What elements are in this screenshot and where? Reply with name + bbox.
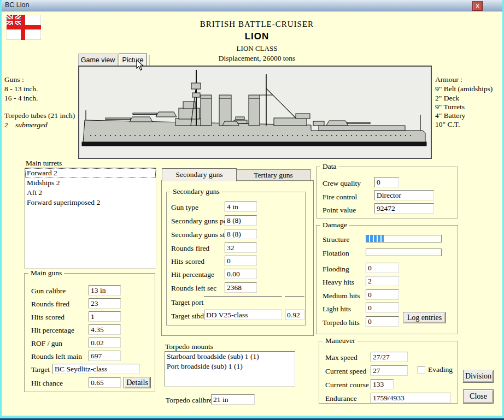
armour-line: 2" Deck xyxy=(435,94,459,103)
field-label: Gun calibre xyxy=(31,287,66,295)
field-label: Fire control xyxy=(323,193,357,202)
list-item[interactable]: Forward 2 xyxy=(25,168,156,178)
evading-checkbox[interactable] xyxy=(418,366,425,374)
tab-secondary-guns[interactable]: Secondary guns xyxy=(162,168,237,181)
mouse-cursor xyxy=(136,60,145,72)
armour-line: 9" Turrets xyxy=(435,103,465,111)
field-label: Secondary guns port xyxy=(171,217,232,226)
field-label: Torpedo hits xyxy=(323,318,360,327)
field-label: Rounds left main xyxy=(31,352,82,361)
target-stbd-chance-field[interactable]: 0.92 xyxy=(285,310,304,320)
point-value-field[interactable]: 92472 xyxy=(374,203,434,214)
hits-scored-field[interactable]: 1 xyxy=(89,311,121,322)
field-label: Heavy hits xyxy=(323,278,354,287)
log-entries-button[interactable]: Log entries xyxy=(403,312,446,323)
ship-picture-panel xyxy=(78,66,432,159)
endurance-field[interactable]: 1759/4933 xyxy=(371,393,451,403)
structure-bar-fill xyxy=(366,235,384,242)
field-label: Light hits xyxy=(323,305,351,313)
field-label: Secondary guns stbd xyxy=(171,230,232,239)
target-stbd-field[interactable]: DD V25-class xyxy=(204,310,282,320)
rounds-left-main-field[interactable]: 697 xyxy=(89,351,121,361)
medium-hits-field[interactable]: 0 xyxy=(366,289,399,300)
torpedo-mounts-label: Torpedo mounts xyxy=(165,342,213,351)
flotation-label: Flotation xyxy=(323,249,349,258)
rof-gun-field[interactable]: 0.02 xyxy=(89,338,121,348)
gun-calibre-field[interactable]: 13 in xyxy=(89,285,121,295)
sec-gun-type-field[interactable]: 4 in xyxy=(225,202,257,212)
sec-rounds-fired-field[interactable]: 32 xyxy=(225,242,257,253)
crew-quality-field[interactable]: 0 xyxy=(374,177,399,187)
torpedo-hits-field[interactable]: 0 xyxy=(366,316,399,327)
field-label: Crew quality xyxy=(323,179,361,188)
structure-label: Structure xyxy=(323,235,350,244)
maneuver-group-title: Maneuver xyxy=(323,336,358,345)
field-label: Target xyxy=(31,365,50,374)
evading-label: Evading xyxy=(428,365,453,374)
hit-percentage-field[interactable]: 4.35 xyxy=(89,324,121,335)
field-label: ROF / gun xyxy=(31,339,62,348)
armour-line: 4" Battery xyxy=(435,111,465,120)
main-turrets-listbox[interactable]: Forward 2 Midships 2 Aft 2 Forward super… xyxy=(25,168,156,269)
list-item[interactable]: Midships 2 xyxy=(25,178,156,188)
field-label: Current speed xyxy=(325,367,366,376)
target-port-field[interactable] xyxy=(204,296,282,297)
list-item[interactable]: Forward superimposed 2 xyxy=(25,198,156,208)
window-border-left xyxy=(0,0,2,420)
guns-summary-title: Guns : xyxy=(4,75,24,84)
close-button[interactable]: Close xyxy=(463,389,494,404)
max-speed-field[interactable]: 27/27 xyxy=(371,352,408,362)
field-label: Endurance xyxy=(325,394,357,403)
window-title: BC Lion xyxy=(5,1,29,9)
sec-guns-port-field[interactable]: 8 (8) xyxy=(225,215,257,226)
data-group-title: Data xyxy=(320,162,338,171)
ship-type-title: BRITISH BATTLE-CRUISER xyxy=(148,20,366,29)
division-button[interactable]: Division xyxy=(463,370,494,383)
field-label: Hit chance xyxy=(31,379,63,388)
torpedo-count: 2 xyxy=(4,121,8,129)
ship-class: LION CLASS xyxy=(148,44,366,53)
close-icon[interactable]: x xyxy=(472,1,483,11)
sec-rounds-left-field[interactable]: 2368 xyxy=(225,282,257,293)
field-label: Hit percentage xyxy=(31,326,74,335)
field-label: Point value xyxy=(323,206,356,215)
target-port-chance-field[interactable] xyxy=(285,296,304,297)
sec-hits-scored-field[interactable]: 0 xyxy=(225,256,257,266)
current-speed-field[interactable]: 27 xyxy=(371,365,408,376)
details-button[interactable]: Details xyxy=(124,377,151,388)
ship-displacement: Displacement, 26000 tons xyxy=(148,54,366,63)
heavy-hits-field[interactable]: 2 xyxy=(366,276,399,286)
field-label: Max speed xyxy=(325,353,358,362)
hit-chance-field[interactable]: 0.65 xyxy=(89,377,121,388)
main-guns-title: Main guns xyxy=(28,269,64,277)
field-label: Hit percentage xyxy=(171,270,214,279)
sec-hit-percentage-field[interactable]: 0.00 xyxy=(225,269,257,279)
current-course-field[interactable]: 133 xyxy=(371,379,394,389)
field-label: Hits scored xyxy=(171,257,204,266)
torpedo-mounts-listbox[interactable]: Starboard broadside (sub) 1 (1) Port bro… xyxy=(165,351,295,387)
rounds-fired-field[interactable]: 23 xyxy=(89,298,121,309)
light-hits-field[interactable]: 0 xyxy=(366,303,399,313)
field-label: Medium hits xyxy=(323,292,360,300)
field-label: Flooding xyxy=(323,265,349,274)
fire-control-field[interactable]: Director xyxy=(374,190,434,200)
titlebar[interactable]: BC Lion x xyxy=(2,0,502,11)
armour-title: Armour : xyxy=(435,75,462,84)
field-label: Rounds fired xyxy=(31,300,69,309)
flotation-bar xyxy=(366,249,442,256)
torpedo-calibre-field[interactable]: 21 in xyxy=(211,394,255,405)
list-item[interactable]: Port broadside (sub) 1 (1) xyxy=(165,362,295,371)
list-item[interactable]: Aft 2 xyxy=(25,188,156,198)
torpedo-summary-line: Torpedo tubes (21 inch) xyxy=(4,111,75,120)
main-target-field[interactable]: BC Seydlitz-class xyxy=(52,364,140,374)
flooding-field[interactable]: 0 xyxy=(366,263,399,273)
field-label: Rounds left sec xyxy=(171,284,216,293)
list-item[interactable]: Starboard broadside (sub) 1 (1) xyxy=(165,352,295,362)
sec-guns-stbd-field[interactable]: 8 (8) xyxy=(225,229,257,239)
tab-tertiary-guns[interactable]: Tertiary guns xyxy=(236,169,311,181)
tab-divider xyxy=(149,55,150,66)
torpedo-calibre-label: Torpedo calibre xyxy=(166,396,212,405)
ship-profile-image xyxy=(79,67,431,158)
field-label: Gun type xyxy=(171,203,198,212)
armour-line: 9" Belt (amidships) xyxy=(435,85,493,93)
